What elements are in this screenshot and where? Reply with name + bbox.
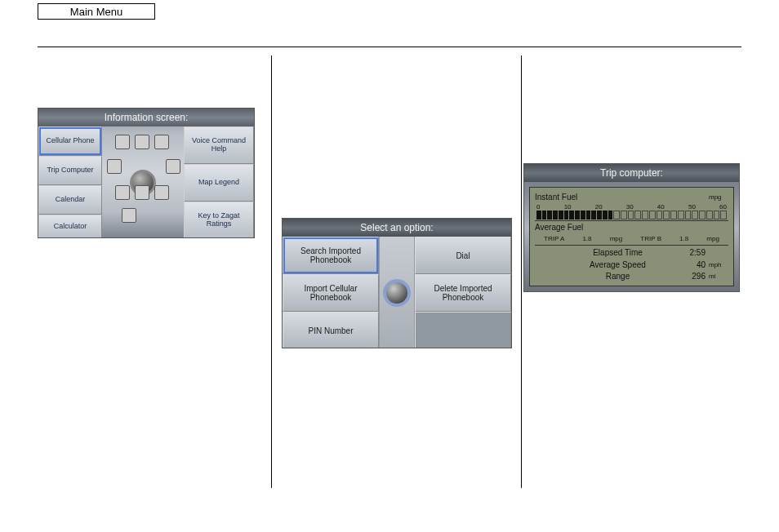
fuel-bar-segment bbox=[714, 211, 720, 219]
instant-fuel-unit: mpg bbox=[709, 193, 728, 201]
average-fuel-label: Average Fuel bbox=[535, 223, 728, 232]
fuel-bar-segment bbox=[642, 211, 648, 219]
info-center-area bbox=[102, 126, 184, 238]
fuel-bar-segment bbox=[547, 211, 552, 219]
fuel-bar-segment bbox=[575, 211, 580, 219]
select-option-panel: Select an option: Search Imported Phoneb… bbox=[282, 218, 512, 348]
fuel-bar-segment bbox=[597, 211, 602, 219]
fuel-bar-segment bbox=[720, 211, 727, 219]
horizontal-rule bbox=[38, 47, 741, 47]
fuel-bar-segment bbox=[649, 211, 656, 219]
trip-computer-lcd: Instant Fuel mpg 0 10 20 30 40 50 60 Ave… bbox=[529, 187, 734, 286]
option-import-cellular-phonebook[interactable]: Import Cellular Phonebook bbox=[283, 274, 379, 312]
option-dial[interactable]: Dial bbox=[415, 237, 511, 274]
info-btn-calendar[interactable]: Calendar bbox=[38, 185, 102, 215]
range-value: 296 bbox=[676, 272, 709, 281]
info-btn-calculator[interactable]: Calculator bbox=[38, 215, 102, 238]
fuel-bar-segment bbox=[586, 211, 591, 219]
info-btn-trip-computer[interactable]: Trip Computer bbox=[38, 156, 102, 185]
column-separator-1 bbox=[271, 55, 272, 488]
fuel-bar-segment bbox=[699, 211, 706, 219]
trip-computer-title: Trip computer: bbox=[600, 167, 663, 179]
fuel-bar-segment bbox=[536, 211, 541, 219]
column-separator-2 bbox=[521, 55, 522, 488]
select-center-area bbox=[379, 237, 415, 348]
fuel-bar-segment bbox=[678, 211, 684, 219]
trip-computer-title-bar: Trip computer: bbox=[524, 164, 739, 182]
range-unit: mi bbox=[709, 273, 728, 280]
info-btn-cellular-phone[interactable]: Cellular Phone bbox=[38, 126, 102, 156]
trip-b-value: 1.8 bbox=[679, 235, 688, 242]
option-pin-number[interactable]: PIN Number bbox=[283, 312, 379, 348]
map-icon bbox=[166, 159, 180, 174]
fuel-bar-segment bbox=[559, 211, 563, 219]
fuel-bar-graph bbox=[535, 211, 728, 219]
trip-b-label: TRIP B bbox=[640, 235, 661, 242]
fuel-bar-segment bbox=[581, 211, 585, 219]
trip-computer-panel: Trip computer: Instant Fuel mpg 0 10 20 … bbox=[523, 163, 740, 292]
info-btn-map-legend[interactable]: Map Legend bbox=[184, 164, 254, 202]
average-fuel-values: TRIP A 1.8 mpg TRIP B 1.8 mpg bbox=[535, 233, 728, 244]
fuel-bar-segment bbox=[621, 211, 627, 219]
range-label: Range bbox=[535, 272, 676, 281]
phone-icon bbox=[115, 135, 130, 149]
info-btn-voice-command-help[interactable]: Voice Command Help bbox=[184, 126, 254, 164]
fuel-bar-segment bbox=[542, 211, 547, 219]
elapsed-time-value: 2:59 bbox=[676, 248, 709, 257]
trip-a-label: TRIP A bbox=[544, 235, 564, 242]
trip-a-unit: mpg bbox=[610, 235, 623, 242]
information-screen-title: Information screen: bbox=[105, 112, 189, 123]
average-speed-unit: mph bbox=[709, 261, 728, 268]
main-menu-label: Main Menu bbox=[70, 6, 122, 18]
trip-a-value: 1.8 bbox=[582, 235, 591, 242]
option-delete-imported-phonebook[interactable]: Delete Imported Phonebook bbox=[415, 274, 511, 312]
average-speed-value: 40 bbox=[676, 260, 709, 269]
option-empty-slot bbox=[415, 312, 511, 348]
fuel-bar-segment bbox=[685, 211, 692, 219]
fuel-bar-segment bbox=[706, 211, 713, 219]
zagat-icon bbox=[154, 185, 169, 200]
main-menu-tab[interactable]: Main Menu bbox=[38, 3, 155, 20]
info-btn-key-to-zagat[interactable]: Key to Zagat Ratings bbox=[184, 202, 254, 238]
fuel-bar-segment bbox=[603, 211, 608, 219]
fuel-scale: 0 10 20 30 40 50 60 bbox=[535, 203, 728, 211]
trip-b-unit: mpg bbox=[706, 235, 719, 242]
fuel-bar-segment bbox=[564, 211, 569, 219]
select-option-title-bar: Select an option: bbox=[283, 219, 511, 237]
option-search-imported-phonebook[interactable]: Search Imported Phonebook bbox=[283, 237, 379, 274]
fuel-bar-segment bbox=[692, 211, 698, 219]
trip-icon bbox=[107, 159, 122, 174]
calendar-icon bbox=[115, 185, 130, 200]
fuel-bar-segment bbox=[663, 211, 670, 219]
calculator-icon bbox=[122, 208, 136, 223]
joystick-knob[interactable] bbox=[383, 279, 411, 307]
instant-fuel-label: Instant Fuel bbox=[535, 193, 709, 202]
average-speed-label: Average Speed bbox=[535, 260, 676, 269]
fuel-bar-segment bbox=[634, 211, 641, 219]
fuel-bar-segment bbox=[591, 211, 596, 219]
information-screen-title-bar: Information screen: bbox=[38, 109, 254, 126]
fuel-bar-segment bbox=[657, 211, 663, 219]
note-icon bbox=[135, 185, 149, 200]
fuel-bar-segment bbox=[628, 211, 634, 219]
fuel-bar-segment bbox=[613, 211, 620, 219]
fuel-bar-segment bbox=[569, 211, 574, 219]
elapsed-time-label: Elapsed Time bbox=[535, 248, 676, 257]
book-icon bbox=[135, 135, 149, 149]
information-screen-panel: Information screen: Cellular Phone Trip … bbox=[38, 108, 255, 238]
fuel-bar-segment bbox=[553, 211, 558, 219]
fuel-bar-segment bbox=[670, 211, 677, 219]
fuel-bar-segment bbox=[608, 211, 613, 219]
help-icon bbox=[154, 135, 169, 149]
select-option-title: Select an option: bbox=[360, 222, 433, 233]
